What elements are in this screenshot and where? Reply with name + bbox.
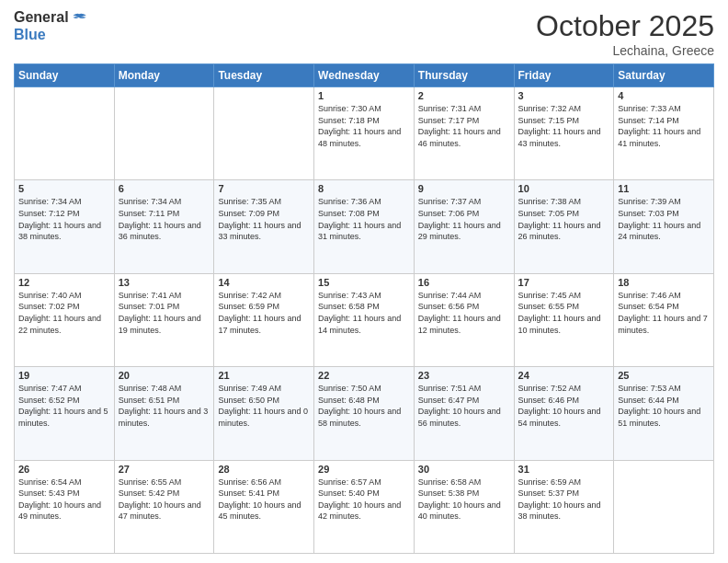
day-number: 21 xyxy=(218,370,310,381)
day-info: Sunrise: 6:57 AM Sunset: 5:40 PM Dayligh… xyxy=(318,477,410,523)
day-info: Sunrise: 7:48 AM Sunset: 6:51 PM Dayligh… xyxy=(119,383,210,429)
day-number: 1 xyxy=(318,90,410,101)
weekday-header: Tuesday xyxy=(214,64,314,87)
calendar-week-row: 19Sunrise: 7:47 AM Sunset: 6:52 PM Dayli… xyxy=(15,367,714,460)
location: Lechaina, Greece xyxy=(536,43,714,58)
day-info: Sunrise: 7:43 AM Sunset: 6:58 PM Dayligh… xyxy=(318,290,410,336)
calendar-cell: 4Sunrise: 7:33 AM Sunset: 7:14 PM Daylig… xyxy=(614,87,714,180)
day-info: Sunrise: 7:32 AM Sunset: 7:15 PM Dayligh… xyxy=(518,103,610,149)
day-number: 20 xyxy=(119,370,210,381)
day-info: Sunrise: 7:50 AM Sunset: 6:48 PM Dayligh… xyxy=(318,383,410,429)
day-info: Sunrise: 7:31 AM Sunset: 7:17 PM Dayligh… xyxy=(418,103,510,149)
weekday-header: Wednesday xyxy=(314,64,415,87)
calendar-cell: 14Sunrise: 7:42 AM Sunset: 6:59 PM Dayli… xyxy=(214,273,314,366)
calendar-cell: 27Sunrise: 6:55 AM Sunset: 5:42 PM Dayli… xyxy=(114,460,214,553)
calendar-cell: 16Sunrise: 7:44 AM Sunset: 6:56 PM Dayli… xyxy=(414,273,514,366)
calendar-week-row: 26Sunrise: 6:54 AM Sunset: 5:43 PM Dayli… xyxy=(15,460,714,553)
calendar-cell xyxy=(15,87,115,180)
calendar-cell: 30Sunrise: 6:58 AM Sunset: 5:38 PM Dayli… xyxy=(414,460,514,553)
day-info: Sunrise: 7:44 AM Sunset: 6:56 PM Dayligh… xyxy=(418,290,510,336)
day-number: 18 xyxy=(618,277,710,288)
day-info: Sunrise: 7:51 AM Sunset: 6:47 PM Dayligh… xyxy=(418,383,510,429)
calendar-cell xyxy=(614,460,714,553)
day-info: Sunrise: 7:53 AM Sunset: 6:44 PM Dayligh… xyxy=(618,383,710,429)
calendar-cell: 11Sunrise: 7:39 AM Sunset: 7:03 PM Dayli… xyxy=(614,180,714,273)
calendar-cell: 23Sunrise: 7:51 AM Sunset: 6:47 PM Dayli… xyxy=(414,367,514,460)
day-number: 22 xyxy=(318,370,410,381)
day-info: Sunrise: 7:49 AM Sunset: 6:50 PM Dayligh… xyxy=(218,383,310,429)
day-info: Sunrise: 7:41 AM Sunset: 7:01 PM Dayligh… xyxy=(119,290,210,336)
month-title: October 2025 xyxy=(536,9,714,43)
calendar-cell: 19Sunrise: 7:47 AM Sunset: 6:52 PM Dayli… xyxy=(15,367,115,460)
weekday-header-row: SundayMondayTuesdayWednesdayThursdayFrid… xyxy=(15,64,714,87)
calendar-cell: 24Sunrise: 7:52 AM Sunset: 6:46 PM Dayli… xyxy=(514,367,614,460)
day-number: 29 xyxy=(318,464,410,475)
day-number: 13 xyxy=(119,277,210,288)
calendar-cell: 29Sunrise: 6:57 AM Sunset: 5:40 PM Dayli… xyxy=(314,460,415,553)
weekday-header: Monday xyxy=(114,64,214,87)
calendar-cell xyxy=(114,87,214,180)
day-info: Sunrise: 7:40 AM Sunset: 7:02 PM Dayligh… xyxy=(18,290,110,336)
calendar-cell: 3Sunrise: 7:32 AM Sunset: 7:15 PM Daylig… xyxy=(514,87,614,180)
day-number: 8 xyxy=(318,183,410,194)
day-number: 4 xyxy=(618,90,710,101)
weekday-header: Saturday xyxy=(614,64,714,87)
calendar-cell: 5Sunrise: 7:34 AM Sunset: 7:12 PM Daylig… xyxy=(15,180,115,273)
day-number: 30 xyxy=(418,464,510,475)
page: General Blue October 2025 Lechaina, Gree… xyxy=(0,0,728,563)
weekday-header: Friday xyxy=(514,64,614,87)
day-number: 17 xyxy=(518,277,610,288)
calendar-cell: 10Sunrise: 7:38 AM Sunset: 7:05 PM Dayli… xyxy=(514,180,614,273)
calendar-week-row: 1Sunrise: 7:30 AM Sunset: 7:18 PM Daylig… xyxy=(15,87,714,180)
day-info: Sunrise: 7:38 AM Sunset: 7:05 PM Dayligh… xyxy=(518,196,610,242)
day-number: 26 xyxy=(18,464,110,475)
day-info: Sunrise: 6:59 AM Sunset: 5:37 PM Dayligh… xyxy=(518,477,610,523)
logo: General Blue xyxy=(14,9,87,43)
title-block: October 2025 Lechaina, Greece xyxy=(536,9,714,58)
header: General Blue October 2025 Lechaina, Gree… xyxy=(14,9,714,58)
calendar-cell xyxy=(214,87,314,180)
logo-bird-icon xyxy=(71,10,87,27)
day-info: Sunrise: 7:39 AM Sunset: 7:03 PM Dayligh… xyxy=(618,196,710,242)
calendar-cell: 6Sunrise: 7:34 AM Sunset: 7:11 PM Daylig… xyxy=(114,180,214,273)
calendar-cell: 12Sunrise: 7:40 AM Sunset: 7:02 PM Dayli… xyxy=(15,273,115,366)
logo-text: General Blue xyxy=(14,9,87,43)
day-info: Sunrise: 6:54 AM Sunset: 5:43 PM Dayligh… xyxy=(18,477,110,523)
day-info: Sunrise: 7:46 AM Sunset: 6:54 PM Dayligh… xyxy=(618,290,710,336)
day-info: Sunrise: 6:55 AM Sunset: 5:42 PM Dayligh… xyxy=(119,477,210,523)
calendar-cell: 15Sunrise: 7:43 AM Sunset: 6:58 PM Dayli… xyxy=(314,273,415,366)
day-number: 6 xyxy=(119,183,210,194)
day-info: Sunrise: 7:45 AM Sunset: 6:55 PM Dayligh… xyxy=(518,290,610,336)
day-number: 31 xyxy=(518,464,610,475)
calendar-cell: 21Sunrise: 7:49 AM Sunset: 6:50 PM Dayli… xyxy=(214,367,314,460)
day-info: Sunrise: 7:30 AM Sunset: 7:18 PM Dayligh… xyxy=(318,103,410,149)
calendar-week-row: 12Sunrise: 7:40 AM Sunset: 7:02 PM Dayli… xyxy=(15,273,714,366)
weekday-header: Sunday xyxy=(15,64,115,87)
day-number: 28 xyxy=(218,464,310,475)
day-number: 7 xyxy=(218,183,310,194)
day-info: Sunrise: 7:33 AM Sunset: 7:14 PM Dayligh… xyxy=(618,103,710,149)
logo-general: General xyxy=(14,9,87,25)
day-number: 10 xyxy=(518,183,610,194)
day-number: 19 xyxy=(18,370,110,381)
calendar-cell: 13Sunrise: 7:41 AM Sunset: 7:01 PM Dayli… xyxy=(114,273,214,366)
day-number: 23 xyxy=(418,370,510,381)
day-info: Sunrise: 7:37 AM Sunset: 7:06 PM Dayligh… xyxy=(418,196,510,242)
calendar-cell: 1Sunrise: 7:30 AM Sunset: 7:18 PM Daylig… xyxy=(314,87,415,180)
day-info: Sunrise: 7:52 AM Sunset: 6:46 PM Dayligh… xyxy=(518,383,610,429)
calendar-week-row: 5Sunrise: 7:34 AM Sunset: 7:12 PM Daylig… xyxy=(15,180,714,273)
calendar-cell: 7Sunrise: 7:35 AM Sunset: 7:09 PM Daylig… xyxy=(214,180,314,273)
day-info: Sunrise: 7:35 AM Sunset: 7:09 PM Dayligh… xyxy=(218,196,310,242)
day-info: Sunrise: 7:42 AM Sunset: 6:59 PM Dayligh… xyxy=(218,290,310,336)
calendar-table: SundayMondayTuesdayWednesdayThursdayFrid… xyxy=(14,63,714,554)
calendar-cell: 18Sunrise: 7:46 AM Sunset: 6:54 PM Dayli… xyxy=(614,273,714,366)
day-number: 11 xyxy=(618,183,710,194)
calendar-cell: 8Sunrise: 7:36 AM Sunset: 7:08 PM Daylig… xyxy=(314,180,415,273)
day-info: Sunrise: 7:34 AM Sunset: 7:12 PM Dayligh… xyxy=(18,196,110,242)
calendar-cell: 9Sunrise: 7:37 AM Sunset: 7:06 PM Daylig… xyxy=(414,180,514,273)
calendar-cell: 25Sunrise: 7:53 AM Sunset: 6:44 PM Dayli… xyxy=(614,367,714,460)
day-info: Sunrise: 6:58 AM Sunset: 5:38 PM Dayligh… xyxy=(418,477,510,523)
calendar-cell: 2Sunrise: 7:31 AM Sunset: 7:17 PM Daylig… xyxy=(414,87,514,180)
day-number: 15 xyxy=(318,277,410,288)
day-info: Sunrise: 7:34 AM Sunset: 7:11 PM Dayligh… xyxy=(119,196,210,242)
